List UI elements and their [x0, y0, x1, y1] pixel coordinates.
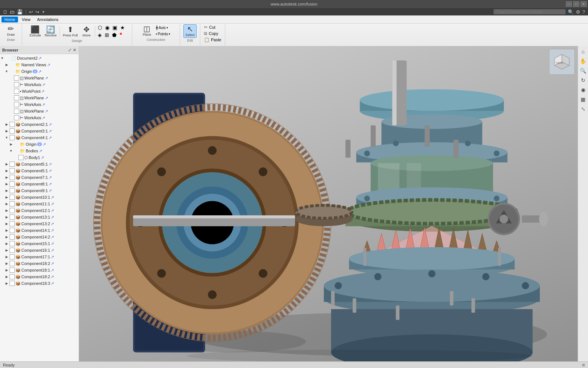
viewcube[interactable]: FRONT [549, 49, 575, 75]
menu-view[interactable]: View [19, 17, 33, 22]
tree-checkbox-comp5b[interactable] [10, 168, 15, 173]
small-btn-8[interactable]: ✖ [118, 32, 123, 38]
move-button[interactable]: ✥ Move [80, 25, 93, 38]
tree-link-comp5[interactable]: ↗ [49, 162, 52, 167]
tree-link-workplane1[interactable]: ↗ [45, 76, 48, 81]
tree-item-comp13b[interactable]: ▶📦Component13:2↗ [0, 220, 79, 227]
cut-button[interactable]: ✂ Cut [202, 24, 223, 30]
revolve-button[interactable]: 🔄 Revolve [43, 25, 58, 38]
tree-item-comp15[interactable]: ▶📦Component15:1↗ [0, 240, 79, 247]
menu-home[interactable]: Home [1, 17, 18, 22]
save-icon[interactable]: 💾 [17, 9, 23, 15]
tree-item-named-views[interactable]: ▶📁Named Views↗ [0, 61, 79, 68]
small-btn-2[interactable]: ◉ [104, 24, 111, 31]
tree-checkbox-comp15[interactable] [10, 241, 15, 246]
tree-link-comp10[interactable]: ↗ [51, 195, 54, 200]
draw-button[interactable]: ✏ Draw [4, 24, 18, 37]
rt-resize-btn[interactable]: ⤡ [579, 105, 587, 113]
tree-item-comp18a[interactable]: ▶📦Component18:2↗ [0, 260, 79, 267]
tree-link-workaxis3[interactable]: ↗ [42, 116, 45, 120]
tree-checkbox-comp14[interactable] [10, 228, 15, 233]
tree-expand-comp8[interactable]: ▶ [4, 182, 9, 186]
tree-expand-comp14b[interactable]: ▶ [4, 235, 9, 239]
tree-expand-origin[interactable]: ▼ [4, 70, 9, 73]
tree-item-comp9[interactable]: ▶📦Component9:1↗ [0, 187, 79, 194]
tree-checkbox-workaxis2[interactable] [14, 102, 19, 107]
tree-link-comp18d[interactable]: ↗ [51, 281, 54, 286]
tree-item-comp4-origin[interactable]: ▶📁Originv↗ [0, 141, 79, 148]
tree-checkbox-workplane2[interactable] [14, 95, 19, 100]
tree-link-comp12[interactable]: ↗ [51, 208, 54, 213]
tree-link-workplane3[interactable]: ↗ [45, 109, 48, 114]
plane-button[interactable]: ◫ Plane [140, 24, 154, 37]
tree-item-comp4[interactable]: ▼📦Component4:1↗ [0, 134, 79, 141]
tree-item-comp13[interactable]: ▶📦Component13:1↗ [0, 214, 79, 220]
small-btn-5[interactable]: ◈ [97, 32, 103, 38]
help-icon[interactable]: ? [582, 9, 585, 15]
tree-item-comp18b[interactable]: ▶📦Component18:1↗ [0, 267, 79, 273]
tree-link-comp13b[interactable]: ↗ [51, 222, 54, 226]
tree-item-comp17[interactable]: ▶📦Component17:1↗ [0, 254, 79, 260]
tree-checkbox-comp3[interactable] [10, 128, 15, 134]
tree-checkbox-comp13[interactable] [10, 215, 15, 220]
tree-expand-comp18c[interactable]: ▶ [4, 275, 9, 279]
tree-expand-comp10[interactable]: ▶ [4, 195, 9, 199]
tree-checkbox-comp18b[interactable] [10, 268, 15, 273]
tree-checkbox-comp17[interactable] [10, 254, 15, 259]
tree-expand-comp14[interactable]: ▶ [4, 229, 9, 232]
tree-link-named-views[interactable]: ↗ [47, 63, 50, 67]
tree-link-comp16[interactable]: ↗ [51, 248, 54, 253]
tree-link-comp4-bodies[interactable]: ↗ [39, 149, 42, 153]
tree-expand-comp4[interactable]: ▼ [4, 136, 9, 139]
tree-link-comp11[interactable]: ↗ [51, 202, 54, 206]
small-btn-3[interactable]: ▣ [111, 24, 118, 31]
tree-link-comp7[interactable]: ↗ [49, 175, 52, 180]
tree-link-workplane2[interactable]: ↗ [45, 96, 48, 100]
axis-dropdown[interactable]: ╋ Axis ▾ [154, 25, 172, 30]
tree-link-comp14b[interactable]: ↗ [51, 235, 54, 240]
tree-expand-comp4-bodies[interactable]: ▼ [9, 149, 13, 153]
tree-checkbox-workaxis1[interactable] [14, 82, 19, 87]
tree-item-doc[interactable]: ▼📄Document2↗ [0, 55, 79, 61]
copy-button[interactable]: ⧉ Copy [202, 31, 223, 36]
tree-item-origin[interactable]: ▼📁Originv↗ [0, 68, 79, 75]
tree-expand-doc[interactable]: ▼ [0, 56, 4, 60]
tree-link-workaxis1[interactable]: ↗ [42, 82, 45, 87]
tree-expand-comp11[interactable]: ▶ [4, 202, 9, 206]
tree-item-workaxis3[interactable]: ⊢WorkAxis↗ [0, 114, 79, 121]
tree-expand-comp9[interactable]: ▶ [4, 189, 9, 192]
points-dropdown[interactable]: • Points ▾ [154, 32, 172, 36]
tree-expand-comp2[interactable]: ▶ [4, 123, 9, 126]
tree-checkbox-workaxis3[interactable] [14, 115, 19, 120]
tree-checkbox-comp10[interactable] [10, 195, 15, 200]
tree-item-comp2[interactable]: ▶📦Component2:1↗ [0, 121, 79, 128]
small-btn-6[interactable]: ⊞ [104, 32, 110, 38]
tree-item-workplane3[interactable]: ◫WorkPlane↗ [0, 108, 79, 114]
tree-link-comp15[interactable]: ↗ [51, 241, 54, 246]
rt-orbit-btn[interactable]: ↻ [579, 76, 587, 84]
tree-item-comp7[interactable]: ▶📦Component7:1↗ [0, 174, 79, 181]
tree-checkbox-workplane1[interactable] [14, 75, 19, 81]
tree-link-comp3[interactable]: ↗ [49, 129, 52, 134]
search-icon[interactable]: 🔍 [568, 9, 574, 15]
tree-item-comp16[interactable]: ▶📦Component16:1↗ [0, 247, 79, 254]
tree-item-workpoint1[interactable]: •WorkPoint↗ [0, 88, 79, 95]
tree-item-comp11[interactable]: ▶📦Component11:1↗ [0, 201, 79, 207]
tree-item-workplane1[interactable]: ◫WorkPlane↗ [0, 75, 79, 81]
browser-expand-icon[interactable]: ⤢ [68, 47, 72, 53]
tree-expand-comp16[interactable]: ▶ [4, 248, 9, 252]
tree-link-comp14[interactable]: ↗ [51, 228, 54, 233]
tree-link-doc[interactable]: ↗ [38, 56, 42, 61]
rt-home-btn[interactable]: ⌂ [579, 47, 587, 56]
tree-expand-comp12[interactable]: ▶ [4, 209, 9, 212]
tree-link-comp18c[interactable]: ↗ [51, 275, 54, 279]
tree-link-comp4-body1[interactable]: ↗ [41, 155, 44, 160]
close-btn[interactable]: ✕ [581, 1, 587, 7]
tree-checkbox-comp12[interactable] [10, 208, 15, 213]
tree-link-comp5b[interactable]: ↗ [49, 169, 52, 173]
tree-item-workaxis2[interactable]: ⊢WorkAxis↗ [0, 101, 79, 108]
tree-expand-comp7[interactable]: ▶ [4, 176, 9, 179]
menu-annotations[interactable]: Annotations [34, 17, 61, 22]
tree-link-comp4[interactable]: ↗ [49, 135, 52, 140]
redo-icon[interactable]: ↪ [35, 9, 39, 15]
